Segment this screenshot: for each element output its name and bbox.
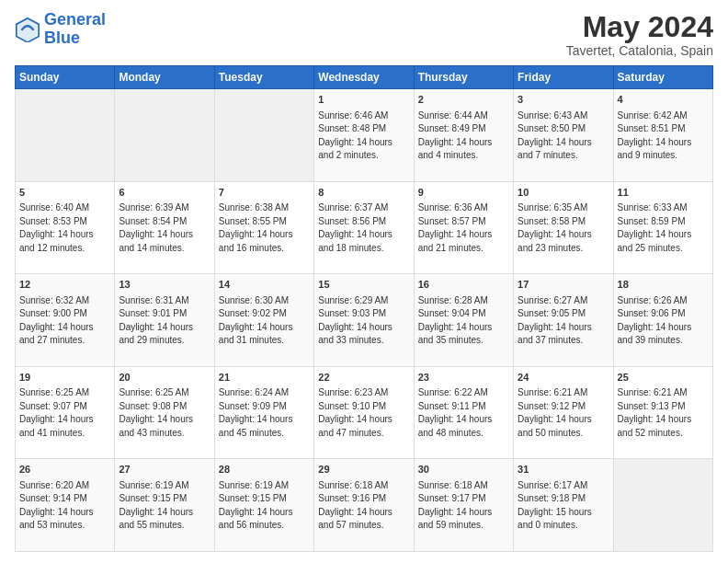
day-info: Sunrise: 6:39 AM Sunset: 8:54 PM Dayligh… <box>119 201 210 255</box>
calendar-week-3: 12Sunrise: 6:32 AM Sunset: 9:00 PM Dayli… <box>16 274 713 367</box>
calendar-cell: 26Sunrise: 6:20 AM Sunset: 9:14 PM Dayli… <box>16 459 115 552</box>
calendar-cell: 12Sunrise: 6:32 AM Sunset: 9:00 PM Dayli… <box>16 274 115 367</box>
day-number: 4 <box>618 93 709 107</box>
page: General Blue May 2024 Tavertet, Cataloni… <box>0 0 728 563</box>
day-number: 9 <box>418 186 509 200</box>
day-info: Sunrise: 6:20 AM Sunset: 9:14 PM Dayligh… <box>19 479 110 533</box>
day-number: 11 <box>618 186 709 200</box>
day-number: 14 <box>219 278 310 292</box>
calendar-cell: 30Sunrise: 6:18 AM Sunset: 9:17 PM Dayli… <box>414 459 513 552</box>
col-header-wednesday: Wednesday <box>314 66 414 89</box>
calendar-cell: 25Sunrise: 6:21 AM Sunset: 9:13 PM Dayli… <box>613 366 712 459</box>
col-header-friday: Friday <box>514 66 613 89</box>
day-info: Sunrise: 6:37 AM Sunset: 8:56 PM Dayligh… <box>318 201 409 255</box>
calendar-week-4: 19Sunrise: 6:25 AM Sunset: 9:07 PM Dayli… <box>16 366 713 459</box>
day-info: Sunrise: 6:38 AM Sunset: 8:55 PM Dayligh… <box>219 201 310 255</box>
day-number: 25 <box>618 371 709 385</box>
day-info: Sunrise: 6:36 AM Sunset: 8:57 PM Dayligh… <box>418 201 509 255</box>
calendar-cell: 29Sunrise: 6:18 AM Sunset: 9:16 PM Dayli… <box>314 459 414 552</box>
day-number: 10 <box>518 186 609 200</box>
subtitle: Tavertet, Catalonia, Spain <box>566 43 713 58</box>
title-block: May 2024 Tavertet, Catalonia, Spain <box>566 11 713 58</box>
calendar-cell: 2Sunrise: 6:44 AM Sunset: 8:49 PM Daylig… <box>414 89 513 182</box>
day-info: Sunrise: 6:18 AM Sunset: 9:16 PM Dayligh… <box>318 479 409 533</box>
calendar-cell: 17Sunrise: 6:27 AM Sunset: 9:05 PM Dayli… <box>514 274 613 367</box>
day-number: 27 <box>119 463 210 477</box>
calendar-cell: 28Sunrise: 6:19 AM Sunset: 9:15 PM Dayli… <box>214 459 313 552</box>
day-info: Sunrise: 6:30 AM Sunset: 9:02 PM Dayligh… <box>219 294 310 348</box>
calendar-cell <box>115 89 214 182</box>
day-info: Sunrise: 6:31 AM Sunset: 9:01 PM Dayligh… <box>119 294 210 348</box>
calendar-cell: 15Sunrise: 6:29 AM Sunset: 9:03 PM Dayli… <box>314 274 414 367</box>
day-info: Sunrise: 6:44 AM Sunset: 8:49 PM Dayligh… <box>418 109 509 163</box>
calendar-cell: 10Sunrise: 6:35 AM Sunset: 8:58 PM Dayli… <box>514 181 613 274</box>
day-number: 29 <box>318 463 409 477</box>
day-info: Sunrise: 6:23 AM Sunset: 9:10 PM Dayligh… <box>318 386 409 440</box>
svg-marker-0 <box>18 20 38 40</box>
day-number: 23 <box>418 371 509 385</box>
day-number: 31 <box>518 463 609 477</box>
calendar-cell: 7Sunrise: 6:38 AM Sunset: 8:55 PM Daylig… <box>214 181 313 274</box>
calendar-cell: 4Sunrise: 6:42 AM Sunset: 8:51 PM Daylig… <box>613 89 712 182</box>
calendar-cell: 1Sunrise: 6:46 AM Sunset: 8:48 PM Daylig… <box>314 89 414 182</box>
day-number: 20 <box>119 371 210 385</box>
day-info: Sunrise: 6:21 AM Sunset: 9:13 PM Dayligh… <box>618 386 709 440</box>
day-number: 5 <box>19 186 110 200</box>
day-number: 19 <box>19 371 110 385</box>
day-info: Sunrise: 6:25 AM Sunset: 9:07 PM Dayligh… <box>19 386 110 440</box>
day-number: 24 <box>518 371 609 385</box>
day-info: Sunrise: 6:46 AM Sunset: 8:48 PM Dayligh… <box>318 109 409 163</box>
day-number: 26 <box>19 463 110 477</box>
day-info: Sunrise: 6:43 AM Sunset: 8:50 PM Dayligh… <box>518 109 609 163</box>
calendar-table: SundayMondayTuesdayWednesdayThursdayFrid… <box>15 65 713 552</box>
calendar-cell: 6Sunrise: 6:39 AM Sunset: 8:54 PM Daylig… <box>115 181 214 274</box>
day-info: Sunrise: 6:32 AM Sunset: 9:00 PM Dayligh… <box>19 294 110 348</box>
calendar-cell: 3Sunrise: 6:43 AM Sunset: 8:50 PM Daylig… <box>514 89 613 182</box>
day-number: 16 <box>418 278 509 292</box>
header: General Blue May 2024 Tavertet, Cataloni… <box>15 11 713 58</box>
day-number: 22 <box>318 371 409 385</box>
day-info: Sunrise: 6:25 AM Sunset: 9:08 PM Dayligh… <box>119 386 210 440</box>
col-header-saturday: Saturday <box>613 66 712 89</box>
calendar-cell: 21Sunrise: 6:24 AM Sunset: 9:09 PM Dayli… <box>214 366 313 459</box>
day-info: Sunrise: 6:26 AM Sunset: 9:06 PM Dayligh… <box>618 294 709 348</box>
day-number: 3 <box>518 93 609 107</box>
day-info: Sunrise: 6:27 AM Sunset: 9:05 PM Dayligh… <box>518 294 609 348</box>
day-info: Sunrise: 6:17 AM Sunset: 9:18 PM Dayligh… <box>518 479 609 533</box>
day-info: Sunrise: 6:24 AM Sunset: 9:09 PM Dayligh… <box>219 386 310 440</box>
day-number: 1 <box>318 93 409 107</box>
day-info: Sunrise: 6:42 AM Sunset: 8:51 PM Dayligh… <box>618 109 709 163</box>
col-header-tuesday: Tuesday <box>214 66 313 89</box>
calendar-week-2: 5Sunrise: 6:40 AM Sunset: 8:53 PM Daylig… <box>16 181 713 274</box>
calendar-cell: 19Sunrise: 6:25 AM Sunset: 9:07 PM Dayli… <box>16 366 115 459</box>
calendar-cell: 31Sunrise: 6:17 AM Sunset: 9:18 PM Dayli… <box>514 459 613 552</box>
calendar-week-1: 1Sunrise: 6:46 AM Sunset: 8:48 PM Daylig… <box>16 89 713 182</box>
calendar-cell: 14Sunrise: 6:30 AM Sunset: 9:02 PM Dayli… <box>214 274 313 367</box>
calendar-cell: 20Sunrise: 6:25 AM Sunset: 9:08 PM Dayli… <box>115 366 214 459</box>
day-info: Sunrise: 6:21 AM Sunset: 9:12 PM Dayligh… <box>518 386 609 440</box>
calendar-header-row: SundayMondayTuesdayWednesdayThursdayFrid… <box>16 66 713 89</box>
calendar-cell: 13Sunrise: 6:31 AM Sunset: 9:01 PM Dayli… <box>115 274 214 367</box>
calendar-cell: 24Sunrise: 6:21 AM Sunset: 9:12 PM Dayli… <box>514 366 613 459</box>
col-header-monday: Monday <box>115 66 214 89</box>
col-header-sunday: Sunday <box>16 66 115 89</box>
logo-icon <box>15 17 40 42</box>
day-number: 13 <box>119 278 210 292</box>
day-number: 7 <box>219 186 310 200</box>
day-number: 15 <box>318 278 409 292</box>
day-number: 21 <box>219 371 310 385</box>
calendar-cell: 16Sunrise: 6:28 AM Sunset: 9:04 PM Dayli… <box>414 274 513 367</box>
day-number: 28 <box>219 463 310 477</box>
day-info: Sunrise: 6:22 AM Sunset: 9:11 PM Dayligh… <box>418 386 509 440</box>
logo-general: General <box>44 10 106 29</box>
calendar-cell: 9Sunrise: 6:36 AM Sunset: 8:57 PM Daylig… <box>414 181 513 274</box>
day-info: Sunrise: 6:40 AM Sunset: 8:53 PM Dayligh… <box>19 201 110 255</box>
day-number: 8 <box>318 186 409 200</box>
calendar-cell: 23Sunrise: 6:22 AM Sunset: 9:11 PM Dayli… <box>414 366 513 459</box>
calendar-cell: 22Sunrise: 6:23 AM Sunset: 9:10 PM Dayli… <box>314 366 414 459</box>
day-number: 18 <box>618 278 709 292</box>
logo-text: General Blue <box>44 11 106 48</box>
calendar-cell <box>214 89 313 182</box>
day-number: 17 <box>518 278 609 292</box>
day-number: 2 <box>418 93 509 107</box>
